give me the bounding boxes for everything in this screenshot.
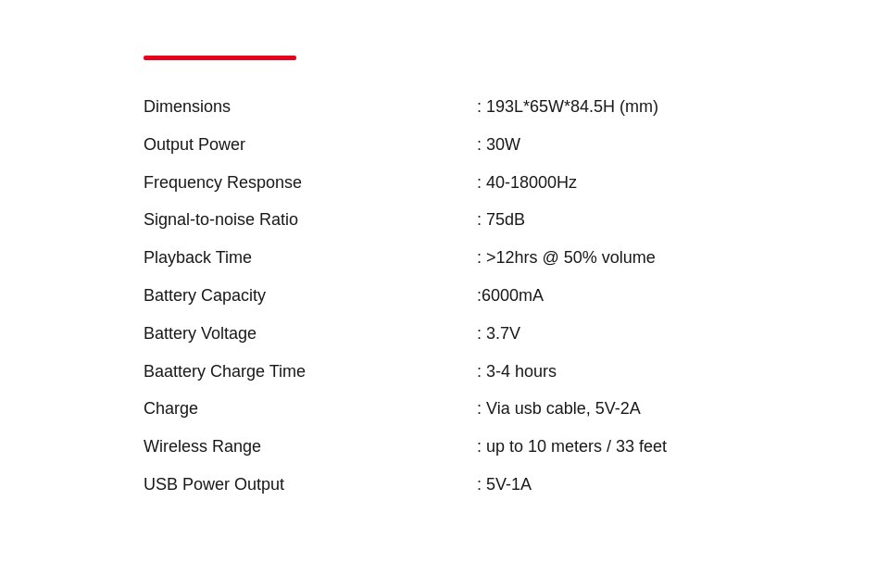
red-accent-bar: [144, 56, 296, 60]
spec-value: : 193L*65W*84.5H (mm): [477, 94, 658, 120]
spec-row: Wireless Range: up to 10 meters / 33 fee…: [144, 428, 889, 466]
spec-label: Signal-to-noise Ratio: [144, 206, 477, 233]
spec-row: Playback Time: >12hrs @ 50% volume: [144, 239, 889, 277]
main-container: Dimensions: 193L*65W*84.5H (mm)Output Po…: [0, 0, 889, 504]
spec-row: USB Power Output: 5V-1A: [144, 466, 889, 504]
spec-label: Playback Time: [144, 244, 477, 271]
spec-label: Output Power: [144, 131, 477, 158]
spec-row: Dimensions: 193L*65W*84.5H (mm): [144, 88, 889, 126]
spec-value: :6000mA: [477, 282, 544, 309]
spec-value: : up to 10 meters / 33 feet: [477, 433, 667, 460]
spec-label: Baattery Charge Time: [144, 358, 477, 385]
spec-value: : 30W: [477, 131, 520, 158]
spec-row: Frequency Response: 40-18000Hz: [144, 164, 889, 202]
spec-row: Charge: Via usb cable, 5V-2A: [144, 390, 889, 428]
spec-label: Charge: [144, 395, 477, 422]
spec-value: : 3-4 hours: [477, 358, 557, 385]
spec-label: Wireless Range: [144, 433, 477, 460]
spec-value: : 75dB: [477, 206, 525, 233]
spec-value: : 3.7V: [477, 320, 520, 347]
spec-label: USB Power Output: [144, 471, 477, 498]
spec-label: Dimensions: [144, 94, 477, 120]
spec-row: Battery Capacity:6000mA: [144, 277, 889, 315]
spec-value: : 40-18000Hz: [477, 169, 577, 196]
spec-label: Battery Voltage: [144, 320, 477, 347]
specs-table: Dimensions: 193L*65W*84.5H (mm)Output Po…: [144, 88, 889, 504]
spec-row: Baattery Charge Time: 3-4 hours: [144, 353, 889, 391]
spec-value: : Via usb cable, 5V-2A: [477, 395, 641, 422]
spec-row: Signal-to-noise Ratio: 75dB: [144, 201, 889, 239]
spec-value: : 5V-1A: [477, 471, 532, 498]
spec-value: : >12hrs @ 50% volume: [477, 244, 656, 271]
spec-label: Battery Capacity: [144, 282, 477, 309]
spec-label: Frequency Response: [144, 169, 477, 196]
spec-row: Output Power: 30W: [144, 126, 889, 164]
spec-row: Battery Voltage: 3.7V: [144, 315, 889, 353]
